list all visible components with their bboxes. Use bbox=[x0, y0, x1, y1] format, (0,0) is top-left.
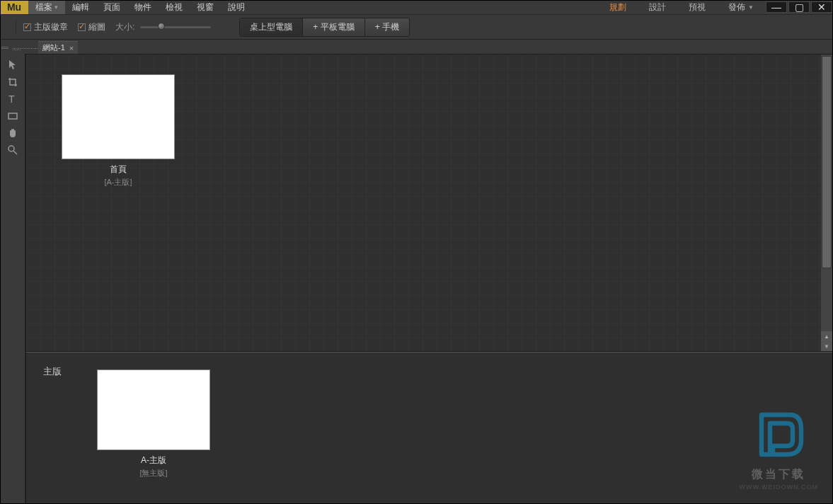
checkbox-label: 主版徽章 bbox=[34, 21, 68, 33]
size-label: 大小: bbox=[115, 21, 134, 33]
checkbox-label: 縮圖 bbox=[88, 21, 105, 33]
slider-track bbox=[140, 26, 211, 28]
mode-plan[interactable]: 規劃 bbox=[598, 0, 638, 14]
menu-object[interactable]: 物件 bbox=[127, 0, 159, 14]
scroll-down-icon[interactable]: ▼ bbox=[821, 341, 832, 351]
panel-dots-icon bbox=[13, 44, 38, 54]
svg-text:T: T bbox=[8, 93, 15, 105]
menu-window[interactable]: 視窗 bbox=[190, 0, 221, 14]
master-title: A-主版 bbox=[97, 454, 210, 466]
crop-tool[interactable] bbox=[3, 74, 23, 91]
page-title: 首頁 bbox=[62, 164, 175, 176]
scroll-up-icon[interactable]: ▲ bbox=[821, 331, 832, 341]
tab-close-icon[interactable]: × bbox=[69, 44, 74, 52]
svg-point-2 bbox=[8, 146, 14, 151]
checkmark-icon bbox=[23, 23, 31, 31]
separator bbox=[16, 20, 16, 34]
app-logo: Mu bbox=[0, 0, 28, 14]
checkmark-icon bbox=[78, 23, 86, 31]
masters-canvas[interactable]: 主版 A-主版 [無主版] 微当下载 WWW.WEIDOWN.COM bbox=[25, 352, 833, 504]
hand-tool[interactable] bbox=[3, 125, 23, 142]
page-master-ref: [A-主版] bbox=[62, 177, 175, 188]
svg-rect-1 bbox=[8, 113, 17, 119]
zoom-tool[interactable] bbox=[3, 142, 23, 159]
menu-edit[interactable]: 編輯 bbox=[65, 0, 96, 14]
text-tool[interactable]: T bbox=[3, 91, 23, 108]
slider-thumb[interactable] bbox=[158, 23, 165, 30]
main-menu: 檔案▾ 編輯 頁面 物件 檢視 視窗 說明 bbox=[28, 0, 598, 14]
maximize-button[interactable]: ▢ bbox=[788, 1, 810, 13]
page-thumbnail[interactable] bbox=[62, 74, 175, 159]
close-button[interactable]: ✕ bbox=[811, 1, 832, 13]
window-controls: — ▢ ✕ bbox=[765, 0, 833, 14]
tools-panel: T bbox=[0, 54, 25, 504]
menu-file-label: 檔案 bbox=[35, 1, 52, 13]
selection-tool[interactable] bbox=[3, 57, 23, 74]
svg-line-3 bbox=[13, 151, 17, 154]
sitemap-canvas[interactable]: 首頁 [A-主版] ▲ ▼ bbox=[25, 54, 833, 352]
master-a[interactable]: A-主版 [無主版] bbox=[97, 370, 210, 479]
rectangle-tool[interactable] bbox=[3, 108, 23, 125]
scrollbar-thumb[interactable] bbox=[822, 56, 832, 268]
device-segmented: 桌上型電腦 + 平板電腦 + 手機 bbox=[239, 18, 410, 37]
document-tab[interactable]: 網站-1 × bbox=[38, 41, 78, 54]
mode-publish[interactable]: 發佈▼ bbox=[717, 0, 765, 14]
tab-strip: 網站-1 × bbox=[0, 40, 833, 54]
size-slider[interactable] bbox=[140, 26, 211, 28]
menu-view[interactable]: 檢視 bbox=[159, 0, 190, 14]
vertical-scrollbar[interactable]: ▲ ▼ bbox=[821, 55, 832, 351]
options-bar: 主版徽章 縮圖 大小: 桌上型電腦 + 平板電腦 + 手機 bbox=[0, 14, 833, 40]
minimize-button[interactable]: — bbox=[766, 1, 787, 13]
watermark: 微当下载 WWW.WEIDOWN.COM bbox=[740, 406, 818, 491]
panel-grip-icon[interactable] bbox=[1, 41, 8, 54]
page-home[interactable]: 首頁 [A-主版] bbox=[62, 74, 175, 188]
watermark-text: 微当下载 bbox=[740, 467, 818, 482]
dropdown-icon: ▼ bbox=[748, 4, 754, 11]
menu-help[interactable]: 說明 bbox=[221, 0, 252, 14]
watermark-url: WWW.WEIDOWN.COM bbox=[740, 483, 818, 491]
masters-section-label: 主版 bbox=[43, 365, 62, 378]
checkbox-master-badge[interactable]: 主版徽章 bbox=[23, 21, 68, 33]
watermark-logo-icon bbox=[750, 406, 807, 463]
device-tablet[interactable]: + 平板電腦 bbox=[303, 18, 364, 36]
tab-label: 網站-1 bbox=[42, 42, 65, 53]
dropdown-icon: ▾ bbox=[54, 4, 58, 11]
mode-design[interactable]: 設計 bbox=[638, 0, 677, 14]
device-desktop[interactable]: 桌上型電腦 bbox=[240, 18, 303, 36]
menu-file[interactable]: 檔案▾ bbox=[28, 0, 65, 14]
mode-publish-label: 發佈 bbox=[728, 1, 745, 13]
master-thumbnail[interactable] bbox=[97, 370, 210, 450]
mode-nav: 規劃 設計 預視 發佈▼ bbox=[598, 0, 765, 14]
mode-preview[interactable]: 預視 bbox=[677, 0, 717, 14]
master-parent-ref: [無主版] bbox=[97, 468, 210, 479]
checkbox-thumbnail[interactable]: 縮圖 bbox=[78, 21, 105, 33]
device-phone[interactable]: + 手機 bbox=[365, 18, 409, 36]
menu-page[interactable]: 頁面 bbox=[96, 0, 127, 14]
